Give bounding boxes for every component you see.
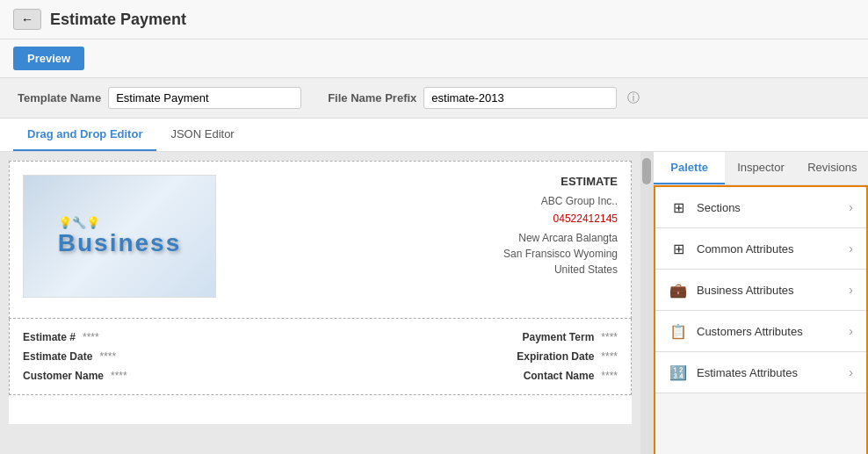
estimates-attributes-icon: 🔢 (669, 363, 688, 382)
common-attributes-label: Common Attributes (697, 242, 794, 256)
page-title: Estimate Payment (50, 11, 186, 29)
file-name-prefix-label: File Name Prefix (328, 91, 416, 104)
estimate-num-label: Estimate # (23, 331, 76, 343)
estimate-date-label: Estimate Date (23, 350, 92, 363)
customer-name-label: Customer Name (23, 370, 104, 382)
palette-item-left: 📋 Customers Attributes (669, 321, 803, 341)
business-attributes-icon: 💼 (669, 280, 688, 299)
palette-item-estimates-attributes[interactable]: 🔢 Estimates Attributes › (655, 352, 866, 393)
palette-items-list: ⊞ Sections › ⊞ Common Attributes › 💼 Bus… (654, 185, 868, 454)
palette-item-left: 💼 Business Attributes (669, 280, 794, 299)
template-name-group: Template Name (18, 87, 301, 109)
row1-right: Payment Term **** (523, 331, 618, 343)
company-name: ABC Group Inc.. (503, 195, 618, 207)
estimate-date-val: **** (99, 350, 116, 363)
tab-drag-and-drop[interactable]: Drag and Drop Editor (13, 119, 156, 151)
palette-tab-palette[interactable]: Palette (654, 152, 725, 184)
template-bar: Template Name File Name Prefix ⓘ (0, 78, 868, 119)
sections-icon: ⊞ (669, 198, 688, 217)
row1-left: Estimate # **** (23, 331, 99, 343)
document-area: 💡🔧💡 Business ESTIMATE ABC Group Inc.. 04… (9, 161, 632, 424)
estimates-attributes-label: Estimates Attributes (697, 366, 798, 379)
template-name-label: Template Name (18, 91, 101, 104)
row2-right: Expiration Date **** (517, 350, 618, 363)
toolbar: Preview (0, 40, 868, 78)
table-row: Estimate Date **** Expiration Date **** (23, 347, 618, 366)
top-bar: ← Estimate Payment (0, 0, 868, 40)
expiration-date-val: **** (601, 350, 618, 363)
document-header: 💡🔧💡 Business ESTIMATE ABC Group Inc.. 04… (9, 161, 632, 319)
bulbs-graphic: 💡🔧💡 (58, 216, 100, 229)
common-attributes-icon: ⊞ (669, 239, 688, 258)
document-footer-table: Estimate # **** Payment Term **** Estima… (9, 319, 632, 395)
palette-item-common-attributes[interactable]: ⊞ Common Attributes › (655, 228, 866, 270)
editor-area: 💡🔧💡 Business ESTIMATE ABC Group Inc.. 04… (0, 152, 640, 454)
estimate-num-val: **** (83, 331, 99, 343)
palette-item-customers-attributes[interactable]: 📋 Customers Attributes › (655, 311, 866, 352)
editor-tabs-bar: Drag and Drop Editor JSON Editor (0, 119, 868, 152)
payment-term-val: **** (601, 331, 618, 343)
customers-attributes-icon: 📋 (669, 321, 688, 341)
row3-right: Contact Name **** (524, 370, 618, 382)
tab-json-editor[interactable]: JSON Editor (156, 119, 248, 151)
business-text-graphic: Business (58, 229, 182, 257)
row2-left: Estimate Date **** (23, 350, 116, 363)
palette-item-left: 🔢 Estimates Attributes (669, 363, 798, 382)
table-row: Estimate # **** Payment Term **** (23, 328, 618, 347)
palette-item-left: ⊞ Common Attributes (669, 239, 794, 258)
scrollbar[interactable] (640, 152, 653, 454)
back-button[interactable]: ← (13, 9, 41, 30)
palette-item-left: ⊞ Sections (669, 198, 741, 217)
payment-term-label: Payment Term (523, 331, 595, 343)
palette-panel: Palette Inspector Revisions ⊞ Sections ›… (653, 152, 868, 454)
palette-tab-inspector[interactable]: Inspector (725, 152, 796, 184)
chevron-right-icon: › (849, 365, 853, 379)
chevron-right-icon: › (849, 241, 853, 256)
palette-item-business-attributes[interactable]: 💼 Business Attributes › (655, 270, 866, 311)
business-attributes-label: Business Attributes (697, 284, 794, 297)
file-prefix-group: File Name Prefix ⓘ (328, 87, 640, 109)
contact-name-label: Contact Name (524, 370, 595, 382)
chevron-right-icon: › (849, 324, 853, 338)
document-image: 💡🔧💡 Business (23, 175, 216, 298)
customers-attributes-label: Customers Attributes (697, 325, 803, 338)
file-name-prefix-input[interactable] (423, 87, 617, 109)
row3-left: Customer Name **** (23, 370, 127, 382)
template-name-input[interactable] (108, 87, 301, 109)
main-content: 💡🔧💡 Business ESTIMATE ABC Group Inc.. 04… (0, 152, 868, 454)
palette-tabs: Palette Inspector Revisions (654, 152, 868, 185)
chevron-right-icon: › (849, 283, 853, 297)
scroll-thumb[interactable] (642, 158, 651, 184)
estimate-title: ESTIMATE (503, 175, 618, 188)
back-icon: ← (21, 12, 33, 26)
sections-label: Sections (697, 201, 741, 214)
document-info: ESTIMATE ABC Group Inc.. 04522412145 New… (503, 175, 618, 277)
table-row: Customer Name **** Contact Name **** (23, 366, 618, 386)
expiration-date-label: Expiration Date (517, 350, 594, 363)
address: New Arcara Balangta San Fransisco Wyomin… (503, 230, 618, 277)
phone-number: 04522412145 (503, 213, 618, 225)
customer-name-val: **** (111, 370, 127, 382)
palette-item-sections[interactable]: ⊞ Sections › (655, 187, 866, 228)
contact-name-val: **** (601, 370, 618, 382)
info-icon: ⓘ (627, 90, 640, 106)
chevron-right-icon: › (849, 200, 853, 214)
palette-tab-revisions[interactable]: Revisions (797, 152, 868, 184)
preview-button[interactable]: Preview (13, 47, 84, 70)
